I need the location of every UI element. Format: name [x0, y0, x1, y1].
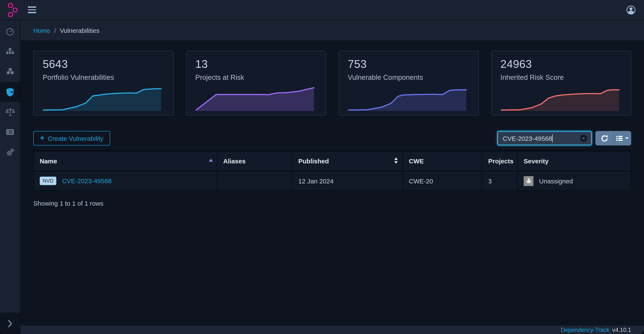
breadcrumb-home-link[interactable]: Home [33, 27, 50, 34]
card-vulnerable-components: 753 Vulnerable Components [338, 51, 479, 116]
clear-search-icon[interactable]: × [580, 135, 587, 142]
column-header-severity[interactable]: Severity [518, 151, 631, 171]
sort-ascending-icon[interactable] [209, 159, 213, 162]
card-label: Portfolio Vulnerabilities [43, 73, 164, 81]
refresh-button[interactable] [595, 131, 613, 145]
text-cursor [552, 134, 553, 142]
vulnerabilities-table: Name Aliases Published CWE [33, 151, 631, 191]
list-panel-icon [6, 128, 14, 136]
table-header-row: Name Aliases Published CWE [34, 151, 631, 171]
main-content: 5643 Portfolio Vulnerabilities 13 Projec… [20, 41, 644, 325]
column-header-cwe[interactable]: CWE [403, 151, 482, 171]
card-projects-at-risk: 13 Projects at Risk [186, 51, 326, 116]
refresh-icon [600, 134, 608, 142]
cell-cwe: CWE-20 [403, 171, 482, 190]
source-badge-nvd: NVD [40, 177, 56, 185]
sidebar-item-audit[interactable] [0, 122, 20, 142]
severity-label: Unassigned [539, 177, 573, 185]
create-vulnerability-label: Create Vulnerability [48, 135, 104, 142]
cell-projects: 3 [482, 171, 518, 190]
app-logo-icon[interactable] [8, 3, 18, 17]
app-version: v4.10.1 [612, 327, 631, 333]
search-input-value: CVE-2023-49568 [503, 135, 552, 142]
card-portfolio-vulnerabilities: 5643 Portfolio Vulnerabilities [33, 51, 174, 116]
gauge-icon [6, 27, 14, 36]
create-vulnerability-button[interactable]: + Create Vulnerability [33, 131, 110, 145]
sparkline-chart [348, 86, 467, 111]
table-buttons-group [595, 131, 631, 145]
column-header-name[interactable]: Name [34, 151, 217, 171]
columns-dropdown-button[interactable] [613, 131, 631, 145]
hamburger-menu-icon[interactable] [28, 6, 36, 13]
card-label: Inherited Risk Score [500, 73, 622, 81]
sparkline-chart [195, 86, 314, 111]
cubes-icon [5, 67, 15, 77]
user-avatar-icon[interactable] [626, 5, 636, 15]
bug-icon [525, 177, 532, 184]
cell-aliases [217, 171, 292, 190]
column-header-published[interactable]: Published [292, 151, 403, 171]
gears-icon [5, 147, 15, 157]
sidebar-item-vulnerabilities[interactable] [0, 82, 20, 102]
columns-list-icon [616, 135, 623, 141]
stat-cards-row: 5643 Portfolio Vulnerabilities 13 Projec… [33, 51, 631, 116]
sidebar-item-dashboard[interactable] [0, 22, 20, 42]
plus-icon: + [40, 134, 44, 142]
footer-bar: Dependency-Track v4.10.1 [20, 325, 644, 334]
card-value: 13 [195, 58, 317, 71]
app-window: Home / Vulnerabilities 5643 Portfolio Vu… [0, 0, 644, 334]
sidebar-item-policy[interactable] [0, 102, 20, 122]
vulnerability-link[interactable]: CVE-2023-49568 [62, 177, 112, 185]
sidebar-footer [0, 313, 20, 334]
column-header-projects[interactable]: Projects [482, 151, 518, 171]
sidebar-item-administration[interactable] [0, 142, 20, 162]
shield-icon [6, 87, 14, 97]
top-navbar [0, 0, 644, 20]
sidebar-nav [0, 20, 20, 334]
scales-icon [5, 107, 15, 117]
sort-both-icon[interactable] [394, 157, 398, 164]
sparkline-chart [500, 86, 619, 111]
table-row: NVD CVE-2023-49568 12 Jan 2024 CWE-20 3 [34, 171, 631, 190]
cell-severity: Unassigned [518, 171, 631, 190]
card-value: 753 [348, 58, 469, 71]
pagination-summary: Showing 1 to 1 of 1 rows [33, 200, 631, 207]
breadcrumb: Home / Vulnerabilities [20, 20, 644, 41]
cell-published: 12 Jan 2024 [292, 171, 403, 190]
search-input[interactable]: CVE-2023-49568 × [497, 131, 592, 145]
breadcrumb-current: Vulnerabilities [60, 27, 100, 34]
card-value: 5643 [43, 58, 164, 71]
card-value: 24963 [500, 58, 622, 71]
chevron-down-icon [625, 137, 629, 139]
cell-name: NVD CVE-2023-49568 [34, 171, 217, 190]
card-label: Projects at Risk [195, 73, 317, 81]
sidebar-item-projects[interactable] [0, 42, 20, 62]
card-inherited-risk-score: 24963 Inherited Risk Score [491, 51, 631, 116]
sitemap-icon [6, 47, 14, 56]
sidebar-item-components[interactable] [0, 62, 20, 82]
column-header-aliases[interactable]: Aliases [217, 151, 292, 171]
severity-unassigned-badge [524, 176, 534, 186]
dependency-track-link[interactable]: Dependency-Track [561, 327, 609, 333]
chevron-right-icon[interactable] [8, 320, 12, 327]
table-toolbar: + Create Vulnerability CVE-2023-49568 × [33, 131, 631, 145]
sparkline-chart [43, 86, 162, 111]
breadcrumb-separator: / [54, 27, 56, 34]
card-label: Vulnerable Components [348, 73, 469, 81]
